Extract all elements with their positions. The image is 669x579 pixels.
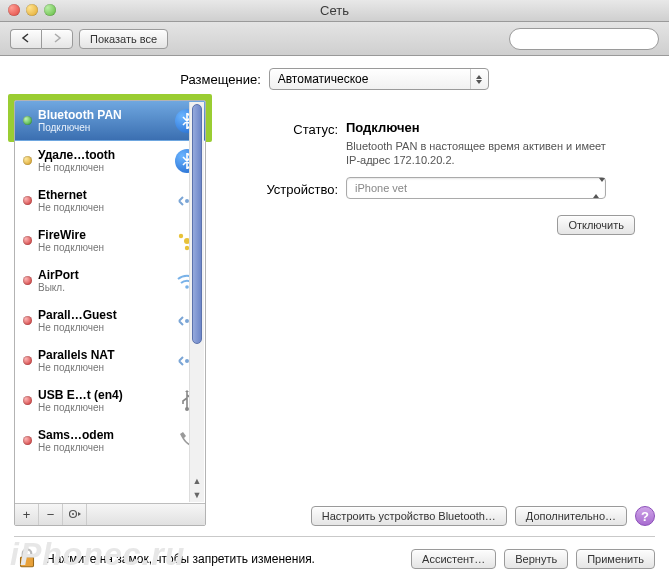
location-value: Автоматическое — [278, 72, 369, 86]
scrollbar-thumb[interactable] — [192, 104, 202, 344]
nav-segment — [10, 29, 73, 49]
sidebar-item[interactable]: Sams…odemНе подключен — [15, 421, 205, 461]
lock-text: Нажмите на замок, чтобы запретить измене… — [46, 552, 315, 566]
interface-name: USB E…t (en4) — [38, 389, 169, 402]
interface-sidebar: Bluetooth PANПодключенУдале…toothНе подк… — [14, 100, 206, 526]
device-label: Устройство: — [218, 180, 338, 197]
revert-button[interactable]: Вернуть — [504, 549, 568, 569]
svg-point-12 — [72, 513, 74, 515]
status-dot-icon — [23, 236, 32, 245]
disconnect-button[interactable]: Отключить — [557, 215, 635, 235]
configure-bluetooth-button[interactable]: Настроить устройство Bluetooth… — [311, 506, 507, 526]
interface-status: Не подключен — [38, 242, 169, 253]
interface-status: Подключен — [38, 122, 169, 133]
location-select[interactable]: Автоматическое — [269, 68, 489, 90]
scrollbar-down[interactable]: ▼ — [190, 488, 204, 502]
interface-name: Bluetooth PAN — [38, 109, 169, 122]
status-label: Статус: — [218, 120, 338, 137]
sidebar-item[interactable]: Bluetooth PANПодключен — [15, 101, 205, 141]
window-title: Сеть — [320, 3, 349, 18]
device-row: Устройство: iPhone vet — [218, 177, 655, 199]
apply-button[interactable]: Применить — [576, 549, 655, 569]
chevron-updown-icon — [470, 69, 488, 89]
status-dot-icon — [23, 156, 32, 165]
interface-list[interactable]: Bluetooth PANПодключенУдале…toothНе подк… — [15, 101, 205, 503]
location-row: Размещение: Автоматическое — [14, 68, 655, 90]
interface-name: Ethernet — [38, 189, 169, 202]
status-dot-icon — [23, 196, 32, 205]
interface-status: Не подключен — [38, 362, 169, 373]
sidebar-wrap: Bluetooth PANПодключенУдале…toothНе подк… — [14, 100, 206, 526]
status-description: Bluetooth PAN в настоящее время активен … — [346, 139, 606, 167]
svg-point-4 — [179, 233, 183, 237]
interface-name: Sams…odem — [38, 429, 169, 442]
scrollbar-up[interactable]: ▲ — [190, 474, 204, 488]
close-window-button[interactable] — [8, 4, 20, 16]
network-prefs-window: Сеть Показать все Размещение: Автоматиче… — [0, 0, 669, 579]
status-dot-icon — [23, 356, 32, 365]
divider — [14, 536, 655, 537]
zoom-window-button[interactable] — [44, 4, 56, 16]
svg-rect-13 — [21, 557, 34, 567]
sidebar-tools: + − — [15, 503, 205, 525]
status-dot-icon — [23, 276, 32, 285]
back-button[interactable] — [10, 29, 41, 49]
forward-button[interactable] — [41, 29, 73, 49]
show-all-button[interactable]: Показать все — [79, 29, 168, 49]
device-value: iPhone vet — [355, 182, 407, 194]
status-dot-icon — [23, 316, 32, 325]
sidebar-item[interactable]: Удале…toothНе подключен — [15, 141, 205, 181]
sidebar-item[interactable]: AirPortВыкл. — [15, 261, 205, 301]
sidebar-item[interactable]: EthernetНе подключен — [15, 181, 205, 221]
sidebar-item[interactable]: USB E…t (en4)Не подключен — [15, 381, 205, 421]
interface-name: Удале…tooth — [38, 149, 169, 162]
status-dot-icon — [23, 436, 32, 445]
sidebar-item[interactable]: FireWireНе подключен — [15, 221, 205, 261]
scrollbar[interactable]: ▲ ▼ — [189, 102, 204, 502]
minimize-window-button[interactable] — [26, 4, 38, 16]
content: Размещение: Автоматическое Bluetooth PAN… — [0, 56, 669, 579]
search-field[interactable] — [509, 28, 659, 50]
status-row: Статус: Подключен Bluetooth PAN в настоя… — [218, 120, 655, 167]
toolbar: Показать все — [0, 22, 669, 56]
interface-name: FireWire — [38, 229, 169, 242]
sidebar-item[interactable]: Parall…GuestНе подключен — [15, 301, 205, 341]
assistant-button[interactable]: Ассистент… — [411, 549, 496, 569]
chevron-updown-icon — [593, 182, 605, 194]
remove-interface-button[interactable]: − — [39, 504, 63, 525]
window-controls — [8, 4, 56, 16]
sidebar-item[interactable]: Parallels NATНе подключен — [15, 341, 205, 381]
device-select[interactable]: iPhone vet — [346, 177, 606, 199]
interface-name: Parall…Guest — [38, 309, 169, 322]
interface-status: Не подключен — [38, 202, 169, 213]
interface-name: AirPort — [38, 269, 169, 282]
interface-status: Выкл. — [38, 282, 169, 293]
interface-status: Не подключен — [38, 402, 169, 413]
interface-status: Не подключен — [38, 162, 169, 173]
interface-actions-button[interactable] — [63, 504, 87, 525]
status-dot-icon — [23, 116, 32, 125]
advanced-button[interactable]: Дополнительно… — [515, 506, 627, 526]
detail-pane: Статус: Подключен Bluetooth PAN в настоя… — [218, 100, 655, 526]
search-input[interactable] — [520, 33, 658, 45]
interface-name: Parallels NAT — [38, 349, 169, 362]
detail-bottom-buttons: Настроить устройство Bluetooth… Дополнит… — [218, 498, 655, 526]
location-label: Размещение: — [180, 72, 261, 87]
main-area: Bluetooth PANПодключенУдале…toothНе подк… — [14, 100, 655, 526]
help-button[interactable]: ? — [635, 506, 655, 526]
status-value: Подключен — [346, 120, 655, 135]
lock-row: Нажмите на замок, чтобы запретить измене… — [14, 545, 655, 573]
titlebar: Сеть — [0, 0, 669, 22]
add-interface-button[interactable]: + — [15, 504, 39, 525]
interface-status: Не подключен — [38, 322, 169, 333]
interface-status: Не подключен — [38, 442, 169, 453]
status-dot-icon — [23, 396, 32, 405]
lock-icon[interactable] — [14, 545, 40, 573]
